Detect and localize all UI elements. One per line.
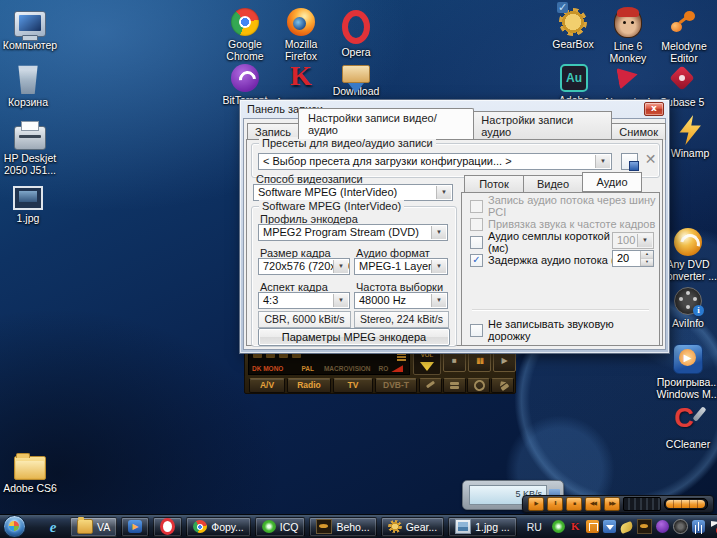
taskbar-button-wmp[interactable] — [121, 517, 149, 537]
firefox-icon — [287, 8, 315, 36]
short-samples-combobox[interactable]: 100▼ — [612, 232, 654, 249]
desktop-icon-jpeg[interactable]: 1.jpg — [0, 180, 64, 224]
channel-updown-icon[interactable] — [491, 378, 514, 393]
checkbox-row[interactable]: Привязка звука к частоте кадров — [470, 217, 655, 231]
frame-size-combobox[interactable]: 720x576 (720x480) ▼ — [258, 258, 350, 275]
chevron-down-icon[interactable]: ▼ — [431, 226, 446, 239]
tv-button-dvbt[interactable]: DVB-T — [375, 378, 417, 393]
tv-button-radio[interactable]: Radio — [287, 378, 331, 393]
aspect-combobox[interactable]: 4:3 ▼ — [258, 292, 350, 309]
mini-player-play-button[interactable]: ▶ — [528, 497, 544, 511]
audio-delay-spinner[interactable]: 20▲▼ — [612, 250, 654, 267]
profile-combobox[interactable]: MPEG2 Program Stream (DVD) ▼ — [258, 224, 448, 241]
desktop-icon-recycle[interactable]: Корзина — [0, 64, 64, 108]
tv-button-av[interactable]: A/V — [249, 378, 285, 393]
tv-play-button[interactable]: ▶ — [493, 351, 516, 372]
utorrent-tray-icon[interactable] — [586, 520, 599, 533]
kaspersky-icon — [285, 62, 317, 94]
wmp-icon — [128, 520, 142, 533]
actioncenter-tray-icon[interactable] — [709, 520, 717, 533]
webmoney-tray-icon[interactable] — [619, 521, 634, 534]
task-button-label: 1.jpg ... — [475, 521, 509, 533]
usb-tray-icon[interactable] — [692, 520, 705, 533]
audio-subtabs: ПотокВидеоАудио — [464, 173, 641, 192]
melodyne-icon — [668, 6, 700, 38]
mpeg-params-button[interactable]: Параметры MPEG энкодера — [258, 328, 450, 346]
chevron-down-icon[interactable]: ▼ — [431, 294, 446, 307]
delete-preset-icon[interactable]: ✕ — [643, 152, 658, 167]
checkbox-label: Привязка звука к частоте кадров — [488, 218, 655, 230]
winamp-icon — [677, 115, 703, 145]
preset-combobox[interactable]: < Выбор пресета для загрузки конфигураци… — [258, 153, 612, 170]
wmp-icon — [673, 344, 703, 374]
mini-player-next-button[interactable]: ▶▶ — [604, 497, 620, 511]
taskbar-button-beho[interactable]: Beho... — [309, 517, 376, 537]
downloader-tray-icon[interactable] — [603, 520, 616, 533]
mini-player-stop-button[interactable]: ■ — [566, 497, 582, 511]
save-preset-icon[interactable] — [621, 153, 638, 170]
subtab-0[interactable]: Поток — [464, 175, 524, 193]
timeshift-icon[interactable] — [443, 378, 466, 393]
internet-explorer-icon[interactable]: e — [44, 518, 62, 536]
mini-player-pause-button[interactable]: II — [547, 497, 563, 511]
mini-player-prev-button[interactable]: ◀◀ — [585, 497, 601, 511]
subtab-1[interactable]: Видео — [523, 175, 583, 193]
tv-stop-button[interactable]: ■ — [443, 351, 466, 372]
video-method-combobox[interactable]: Software MPEG (InterVideo) ▼ — [253, 184, 453, 201]
desktop-icon-folder[interactable]: Adobe CS6 — [0, 450, 66, 494]
tab-3[interactable]: Снимок — [611, 123, 666, 140]
task-button-label: Gear... — [406, 521, 438, 533]
desktop-icon-ccleaner[interactable]: CCleaner — [652, 404, 717, 450]
chevron-down-icon[interactable]: ▼ — [333, 294, 348, 307]
tab-1[interactable]: Настройки записи видео/аудио — [298, 108, 474, 139]
bittorrent-tray-icon[interactable] — [656, 520, 669, 533]
aviinfo-icon — [674, 287, 702, 315]
checkbox-row[interactable]: ✓Задержка аудио потока (мс) — [470, 253, 631, 267]
chevron-down-icon[interactable]: ▼ — [637, 234, 652, 247]
desktop-icon-melodyne[interactable]: Melodyne Editor — [648, 6, 717, 64]
tv-button-tv[interactable]: TV — [333, 378, 373, 393]
chevron-down-icon[interactable]: ▼ — [595, 155, 610, 168]
spinner-arrows[interactable]: ▲▼ — [640, 251, 653, 266]
player-tray-icon[interactable] — [673, 519, 688, 534]
taskbar-button-gear[interactable]: Gear... — [381, 517, 445, 537]
kaspersky-tray-icon[interactable] — [569, 520, 582, 533]
opera-icon — [160, 518, 175, 535]
aspect-value: 4:3 — [263, 294, 278, 306]
chevron-down-icon[interactable]: ▼ — [431, 260, 446, 273]
spin-down-icon[interactable]: ▼ — [641, 259, 653, 267]
mini-player-volume-slider[interactable] — [664, 498, 708, 510]
desktop-icon-printer[interactable]: HP Deskjet 2050 J51... — [0, 120, 66, 176]
mini-player-bar: ▶II■◀◀▶▶ — [522, 495, 714, 513]
chevron-down-icon[interactable]: ▼ — [436, 186, 451, 199]
timer-icon[interactable] — [467, 378, 490, 393]
tab-2[interactable]: Настройки записи аудио — [473, 111, 612, 140]
taskbar-button-icq[interactable]: ICQ — [255, 517, 306, 537]
desktop-icon-download[interactable]: Download — [320, 62, 392, 97]
taskbar-button-opera[interactable] — [153, 517, 182, 537]
chevron-down-icon[interactable]: ▼ — [333, 260, 348, 273]
settings-wrench-icon[interactable] — [419, 378, 442, 393]
subtab-2[interactable]: Аудио — [582, 172, 642, 192]
behold-tray-icon[interactable] — [637, 519, 652, 534]
desktop-icon-computer[interactable]: Компьютер — [0, 8, 66, 51]
taskbar-button-фору[interactable]: Фору... — [186, 517, 251, 537]
taskbar-button-1jpg[interactable]: 1.jpg ... — [448, 517, 516, 537]
ccleaner-icon — [672, 404, 704, 436]
close-icon[interactable]: x — [644, 102, 664, 116]
lcd-audio-mode: DK MONO — [252, 365, 283, 372]
desktop-icon-opera[interactable]: Opera — [320, 6, 392, 58]
tab-page-video-audio: Пресеты для видео/аудио записи < Выбор п… — [246, 139, 663, 346]
spin-up-icon[interactable]: ▲ — [641, 251, 653, 259]
taskbar-button-va[interactable]: VA — [70, 517, 117, 537]
start-button[interactable] — [3, 515, 26, 538]
icq-tray-icon[interactable] — [552, 520, 565, 533]
checkbox-row[interactable]: Не записывать звуковую дорожку — [470, 323, 659, 337]
tv-pause-button[interactable]: ▮▮ — [468, 351, 491, 372]
checkbox-row[interactable]: Запись аудио потока через шину PCI — [470, 199, 659, 213]
audio-format-combobox[interactable]: MPEG-1 Layer II ▼ — [354, 258, 448, 275]
recording-panel-window: Панель записи x ЗаписьНастройки записи в… — [239, 99, 670, 354]
desktop: КомпьютерКорзинаHP Deskjet 2050 J51...1.… — [0, 0, 717, 538]
sample-rate-combobox[interactable]: 48000 Hz ▼ — [354, 292, 448, 309]
language-indicator[interactable]: RU — [527, 521, 542, 533]
